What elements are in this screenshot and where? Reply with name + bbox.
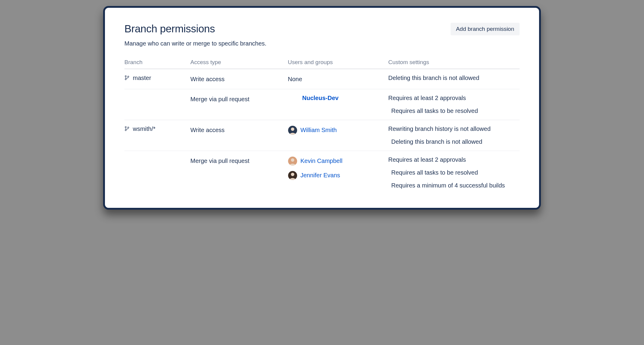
branch-icon [124, 75, 130, 81]
custom-settings-cell: Requires at least 2 approvalsRequires al… [388, 95, 520, 114]
table-body: masterWrite accessNoneDeleting this bran… [124, 69, 520, 194]
avatar [288, 125, 297, 134]
avatar [288, 171, 297, 180]
custom-setting: Deleting this branch is not allowed [388, 138, 520, 145]
svg-point-14 [291, 173, 294, 176]
users-cell: None [288, 75, 388, 84]
column-header-access: Access type [190, 59, 288, 66]
branch-group: masterWrite accessNoneDeleting this bran… [124, 69, 520, 120]
svg-point-3 [125, 126, 126, 128]
add-branch-permission-button[interactable]: Add branch permission [451, 23, 520, 35]
access-type: Merge via pull request [190, 95, 288, 104]
users-none: None [288, 75, 388, 84]
table-header: Branch Access type Users and groups Cust… [124, 59, 520, 69]
svg-point-5 [128, 127, 129, 128]
custom-setting: Requires a minimum of 4 successful build… [388, 182, 520, 189]
group-link[interactable]: Nucleus-Dev [288, 95, 388, 102]
header-row: Branch permissions Manage who can write … [124, 23, 520, 47]
svg-point-0 [125, 75, 126, 77]
access-type: Merge via pull request [190, 156, 288, 165]
branch-name: master [133, 75, 151, 81]
access-type: Write access [190, 125, 288, 134]
avatar [288, 156, 297, 165]
custom-setting: Requires at least 2 approvals [388, 95, 520, 102]
permissions-table: Branch Access type Users and groups Cust… [124, 59, 520, 194]
svg-point-4 [125, 129, 126, 131]
users-cell: Nucleus-Dev [288, 95, 388, 102]
permission-row: masterWrite accessNoneDeleting this bran… [124, 69, 520, 89]
custom-settings-cell: Rewriting branch history is not allowedD… [388, 125, 520, 145]
user-chip: Jennifer Evans [288, 171, 388, 180]
user-chip: William Smith [288, 125, 388, 134]
custom-setting: Requires all tasks to be resolved [388, 108, 520, 114]
custom-setting: Rewriting branch history is not allowed [388, 125, 520, 132]
page-title: Branch permissions [124, 23, 267, 35]
svg-point-1 [125, 78, 126, 80]
custom-settings-cell: Requires at least 2 approvalsRequires al… [388, 156, 520, 189]
custom-setting: Requires all tasks to be resolved [388, 169, 520, 176]
permission-row: Merge via pull requestNucleus-DevRequire… [124, 89, 520, 120]
branch-cell: wsmith/* [124, 125, 190, 132]
svg-point-11 [291, 158, 294, 162]
branch-permissions-card: Branch permissions Manage who can write … [103, 6, 541, 210]
svg-point-2 [128, 76, 129, 77]
branch-icon [124, 126, 130, 132]
page-subtitle: Manage who can write or merge to specifi… [124, 40, 267, 47]
column-header-custom: Custom settings [388, 59, 520, 66]
users-cell: Kevin CampbellJennifer Evans [288, 156, 388, 180]
user-link[interactable]: Jennifer Evans [300, 172, 340, 179]
branch-cell: master [124, 75, 190, 81]
svg-point-8 [291, 128, 294, 131]
permission-row: Merge via pull requestKevin CampbellJenn… [124, 151, 520, 194]
custom-setting: Deleting this branch is not allowed [388, 75, 520, 81]
branch-name: wsmith/* [133, 125, 156, 132]
branch-group: wsmith/*Write accessWilliam SmithRewriti… [124, 120, 520, 194]
permission-row: wsmith/*Write accessWilliam SmithRewriti… [124, 120, 520, 151]
column-header-users: Users and groups [288, 59, 388, 66]
custom-settings-cell: Deleting this branch is not allowed [388, 75, 520, 81]
user-link[interactable]: Kevin Campbell [300, 158, 342, 164]
header-text: Branch permissions Manage who can write … [124, 23, 267, 47]
users-cell: William Smith [288, 125, 388, 134]
custom-setting: Requires at least 2 approvals [388, 156, 520, 163]
user-chip: Kevin Campbell [288, 156, 388, 165]
access-type: Write access [190, 75, 288, 84]
column-header-branch: Branch [124, 59, 190, 66]
user-link[interactable]: William Smith [300, 127, 337, 134]
